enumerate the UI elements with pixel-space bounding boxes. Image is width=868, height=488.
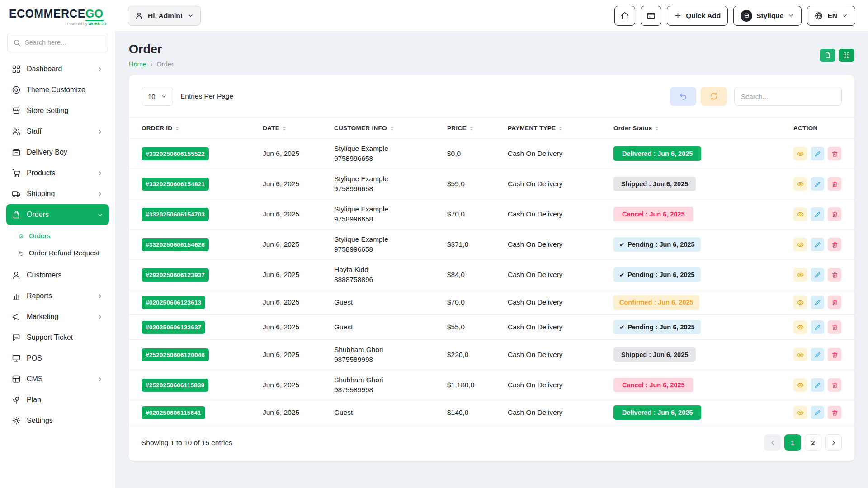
customer-name: Stylique Example (334, 204, 434, 214)
edit-order-button[interactable] (811, 268, 824, 282)
delete-order-button[interactable] (828, 177, 841, 191)
sidebar-item-theme-customize[interactable]: Theme Customize (6, 80, 109, 100)
column-header-date[interactable]: DATE (256, 118, 328, 139)
column-header-order-status[interactable]: Order Status (607, 118, 787, 139)
edit-order-button[interactable] (811, 207, 824, 221)
view-order-button[interactable] (793, 296, 807, 309)
order-id-badge[interactable]: #2920250606123937 (142, 268, 209, 282)
delete-order-button[interactable] (828, 238, 841, 251)
sidebar-item-settings[interactable]: Settings (6, 410, 109, 431)
customer-name: Hayfa Kidd (334, 265, 434, 275)
sidebar-search-input[interactable] (25, 39, 109, 46)
sidebar-item-orders[interactable]: Orders (6, 204, 109, 225)
view-order-button[interactable] (793, 348, 807, 361)
customer-info-cell: Stylique Example9758996658 (328, 199, 441, 230)
entries-per-page-select[interactable]: 10 (142, 87, 173, 106)
delete-order-button[interactable] (828, 378, 841, 392)
quick-add-button[interactable]: Quick Add (667, 6, 728, 26)
order-id-badge[interactable]: #3320250606154821 (142, 178, 209, 191)
sidebar-item-delivery-boy[interactable]: Delivery Boy (6, 142, 109, 163)
order-id-badge[interactable]: #2520250606115839 (142, 379, 208, 392)
sidebar: ECOMMERCEGO Powered by WORKDO DashboardT… (0, 0, 115, 488)
sidebar-item-marketing[interactable]: Marketing (6, 306, 109, 327)
delete-order-button[interactable] (828, 296, 841, 309)
order-id-badge[interactable]: #3320250606155522 (142, 147, 209, 160)
edit-order-button[interactable] (811, 296, 824, 309)
sidebar-item-pos[interactable]: POS (6, 348, 109, 369)
brand-logo[interactable]: ECOMMERCEGO Powered by WORKDO (6, 0, 109, 27)
view-order-button[interactable] (793, 207, 807, 221)
page-actions (820, 49, 854, 62)
edit-order-button[interactable] (811, 378, 824, 392)
column-header-payment-type[interactable]: PAYMENT TYPE (501, 118, 607, 139)
view-order-button[interactable] (793, 177, 807, 191)
sidebar-item-plan[interactable]: Plan (6, 389, 109, 410)
order-row: #3320250606154703Jun 6, 2025Stylique Exa… (129, 199, 854, 230)
language-switcher-button[interactable]: EN (807, 6, 855, 26)
order-date-cell: Jun 6, 2025 (256, 400, 328, 425)
column-header-price[interactable]: PRICE (441, 118, 501, 139)
pagination-page-2[interactable]: 2 (805, 434, 821, 451)
pagination-next-button[interactable] (825, 434, 842, 451)
store-switcher-button[interactable]: Stylique (733, 6, 802, 26)
order-id-badge[interactable]: #020250606115641 (142, 406, 205, 419)
column-header-order-id[interactable]: ORDER ID (129, 118, 256, 139)
chevron-down-icon (161, 94, 167, 99)
sidebar-item-store-setting[interactable]: Store Setting (6, 100, 109, 121)
order-id-badge[interactable]: #2520250606120046 (142, 348, 209, 361)
sidebar-subitem-order-refund-request[interactable]: Order Refund Request (14, 244, 109, 262)
refresh-button[interactable] (701, 87, 727, 106)
delete-order-button[interactable] (828, 406, 841, 419)
order-id-badge[interactable]: #3320250606154703 (142, 208, 209, 221)
view-order-button[interactable] (793, 238, 807, 251)
undo-button[interactable] (670, 87, 696, 106)
edit-order-button[interactable] (811, 147, 824, 160)
eye-icon (797, 299, 804, 306)
column-header-customer-info[interactable]: CUSTOMER INFO (328, 118, 441, 139)
grid-view-button[interactable] (839, 49, 854, 62)
sidebar-item-customers[interactable]: Customers (6, 265, 109, 286)
edit-order-button[interactable] (811, 238, 824, 251)
delete-order-button[interactable] (828, 348, 841, 361)
edit-order-button[interactable] (811, 320, 824, 334)
action-buttons (793, 406, 842, 419)
action-cell (787, 400, 854, 425)
delete-order-button[interactable] (828, 268, 841, 282)
sidebar-item-shipping[interactable]: Shipping (6, 183, 109, 204)
home-button[interactable] (614, 6, 635, 26)
view-order-button[interactable] (793, 268, 807, 282)
order-row: #3320250606154821Jun 6, 2025Stylique Exa… (129, 169, 854, 199)
table-search-input[interactable] (734, 87, 842, 106)
order-id-badge[interactable]: #020250606122637 (142, 321, 205, 334)
view-order-button[interactable] (793, 320, 807, 334)
view-order-button[interactable] (793, 378, 807, 392)
sidebar-item-cms[interactable]: CMS (6, 369, 109, 389)
sidebar-item-dashboard[interactable]: Dashboard (6, 59, 109, 80)
pagination-prev-button[interactable] (764, 434, 781, 451)
sidebar-item-support-ticket[interactable]: Support Ticket (6, 327, 109, 348)
user-menu-button[interactable]: Hi, Admin! (128, 6, 201, 26)
customer-name: Stylique Example (334, 144, 434, 154)
pagination-page-1[interactable]: 1 (784, 434, 801, 451)
view-order-button[interactable] (793, 406, 807, 419)
order-id-badge[interactable]: #020250606123613 (142, 296, 205, 309)
sidebar-item-staff[interactable]: Staff (6, 121, 109, 142)
edit-order-button[interactable] (811, 406, 824, 419)
order-id-badge[interactable]: #3320250606154626 (142, 238, 209, 251)
page-title: Order (129, 42, 174, 56)
edit-order-button[interactable] (811, 348, 824, 361)
sidebar-item-reports[interactable]: Reports (6, 286, 109, 306)
price-cell: $140,0 (441, 400, 501, 425)
sidebar-item-label: Marketing (27, 313, 91, 321)
edit-order-button[interactable] (811, 177, 824, 191)
delete-order-button[interactable] (828, 147, 841, 160)
sidebar-item-products[interactable]: Products (6, 163, 109, 183)
breadcrumb-home-link[interactable]: Home (129, 61, 146, 68)
sidebar-subitem-orders[interactable]: Orders (14, 227, 109, 244)
delete-order-button[interactable] (828, 207, 841, 221)
view-order-button[interactable] (793, 147, 807, 160)
store-preview-button[interactable] (641, 6, 661, 26)
export-button[interactable] (820, 49, 835, 62)
delete-order-button[interactable] (828, 320, 841, 334)
breadcrumb-current: Order (157, 61, 174, 68)
